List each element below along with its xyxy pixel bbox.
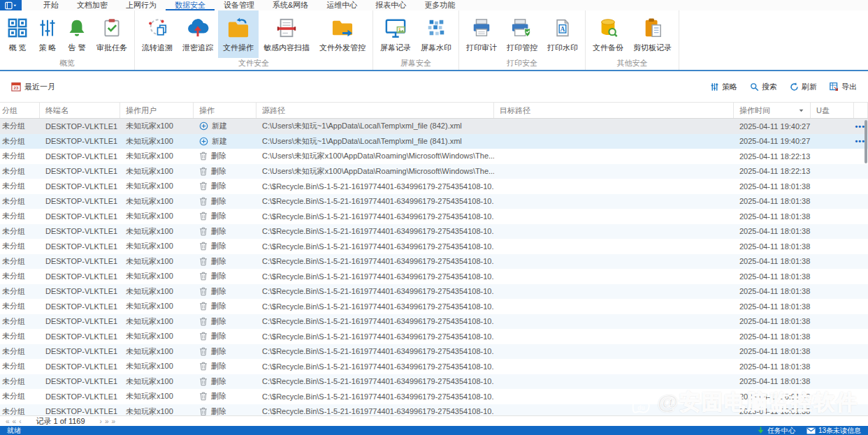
table-row-9[interactable]: 未分组DESKTOP-VLKTLE1未知玩家x100删除C:\$Recycle.… bbox=[0, 239, 868, 254]
terminal-cell: DESKTOP-VLKTLE1 bbox=[40, 137, 120, 145]
column-header-2[interactable]: 终端名 bbox=[40, 103, 120, 118]
table-row-17[interactable]: 未分组DESKTOP-VLKTLE1未知玩家x100删除C:\$Recycle.… bbox=[0, 359, 868, 374]
ribbon-item-2-5[interactable]: 文件外发管控 bbox=[314, 10, 370, 58]
terminal-cell: DESKTOP-VLKTLE1 bbox=[40, 242, 120, 251]
table-row-11[interactable]: 未分组DESKTOP-VLKTLE1未知玩家x100删除C:\$Recycle.… bbox=[0, 269, 868, 284]
table-row-5[interactable]: 未分组DESKTOP-VLKTLE1未知玩家x100删除C:\$Recycle.… bbox=[0, 179, 868, 194]
table-row-2[interactable]: 未分组DESKTOP-VLKTLE1未知玩家x100新建C:\Users\未知玩… bbox=[0, 134, 868, 149]
column-header-8[interactable]: U盘 bbox=[811, 103, 854, 118]
terminal-cell: DESKTOP-VLKTLE1 bbox=[40, 407, 120, 415]
table-row-20[interactable]: 未分组DESKTOP-VLKTLE1未知玩家x100删除C:\$Recycle.… bbox=[0, 404, 868, 416]
user-cell: 未知玩家x100 bbox=[120, 121, 194, 131]
ribbon-item-4-1[interactable]: 打印审计 bbox=[461, 10, 502, 58]
group-cell: 未分组 bbox=[0, 286, 40, 297]
unread-messages-button[interactable]: 13条未读信息 bbox=[806, 426, 861, 435]
vertical-scrollbar-thumb[interactable] bbox=[865, 120, 867, 163]
pagination-next-1[interactable]: › bbox=[100, 418, 102, 425]
column-header-4[interactable]: 操作 bbox=[194, 103, 256, 118]
ribbon-item-4-2[interactable]: 打印管控 bbox=[502, 10, 542, 58]
toolbar-action-1[interactable]: 策略 bbox=[710, 82, 737, 92]
ribbon-item-3-1[interactable]: 屏幕记录 bbox=[375, 10, 416, 58]
app-icon bbox=[5, 1, 17, 10]
ribbon-item-2-4[interactable]: 敏感内容扫描 bbox=[259, 10, 314, 58]
column-header-6[interactable]: 目标路径 bbox=[494, 103, 734, 118]
ribbon-item-2-1[interactable]: 流转追溯 bbox=[137, 10, 178, 58]
terminal-cell: DESKTOP-VLKTLE1 bbox=[40, 272, 120, 281]
ribbon-item-label: 泄密追踪 bbox=[182, 43, 213, 53]
pagination-prev-1[interactable]: « bbox=[6, 418, 10, 425]
toolbar-action-2[interactable]: 搜索 bbox=[750, 82, 777, 92]
column-header-9[interactable] bbox=[854, 103, 868, 118]
pagination-prev-2[interactable]: « bbox=[13, 418, 17, 425]
table-row-8[interactable]: 未分组DESKTOP-VLKTLE1未知玩家x100删除C:\$Recycle.… bbox=[0, 224, 868, 239]
terminal-cell: DESKTOP-VLKTLE1 bbox=[40, 302, 120, 311]
operation-cell: 删除 bbox=[194, 151, 256, 161]
table-row-3[interactable]: 未分组DESKTOP-VLKTLE1未知玩家x100删除C:\Users\未知玩… bbox=[0, 149, 868, 164]
ribbon-item-1-2[interactable]: 策 略 bbox=[33, 10, 62, 58]
caret-down-icon[interactable] bbox=[798, 108, 804, 114]
table-row-15[interactable]: 未分组DESKTOP-VLKTLE1未知玩家x100删除C:\$Recycle.… bbox=[0, 329, 868, 344]
table-row-16[interactable]: 未分组DESKTOP-VLKTLE1未知玩家x100删除C:\$Recycle.… bbox=[0, 344, 868, 360]
table-row-14[interactable]: 未分组DESKTOP-VLKTLE1未知玩家x100删除C:\$Recycle.… bbox=[0, 314, 868, 330]
ribbon-item-1-4[interactable]: 审批任务 bbox=[92, 10, 132, 58]
pagination-next-3[interactable]: » bbox=[112, 418, 116, 425]
time-cell: 2025-04-11 19:40:27 bbox=[734, 137, 811, 145]
toolbar-action-4[interactable]: 导出 bbox=[830, 82, 857, 92]
table-row-18[interactable]: 未分组DESKTOP-VLKTLE1未知玩家x100删除C:\$Recycle.… bbox=[0, 374, 868, 390]
table-row-1[interactable]: 未分组DESKTOP-VLKTLE1未知玩家x100新建C:\Users\未知玩… bbox=[0, 119, 868, 134]
menu-tab-2[interactable]: 文档加密 bbox=[68, 0, 117, 10]
menu-tab-1[interactable]: 开始 bbox=[34, 0, 68, 10]
group-cell: 未分组 bbox=[0, 256, 40, 267]
operation-cell: 删除 bbox=[194, 166, 256, 177]
toolbar-action-label: 搜索 bbox=[762, 82, 777, 92]
svg-text:23: 23 bbox=[14, 85, 19, 90]
user-cell: 未知玩家x100 bbox=[120, 376, 194, 387]
menu-tab-9[interactable]: 更多功能 bbox=[415, 0, 464, 10]
source-path-cell: C:\Users\未知玩~1\AppData\Local\Temp\xml_fi… bbox=[256, 121, 494, 131]
ribbon-item-2-3[interactable]: 文件操作 bbox=[218, 10, 259, 58]
task-center-button[interactable]: 任务中心 bbox=[757, 426, 795, 435]
ribbon-item-1-3[interactable]: 告 警 bbox=[62, 10, 92, 58]
menu-tab-7[interactable]: 运维中心 bbox=[317, 0, 366, 10]
ribbon-item-4-3[interactable]: A打印水印 bbox=[542, 10, 583, 58]
menu-tab-6[interactable]: 系统&网络 bbox=[263, 0, 317, 10]
source-path-cell: C:\$Recycle.Bin\S-1-5-21-1619774401-6349… bbox=[256, 317, 494, 325]
plus-circle-icon bbox=[199, 121, 208, 131]
column-header-7[interactable]: 操作时间 bbox=[734, 103, 811, 118]
table-row-10[interactable]: 未分组DESKTOP-VLKTLE1未知玩家x100删除C:\$Recycle.… bbox=[0, 254, 868, 270]
column-header-1[interactable]: 分组 bbox=[0, 103, 40, 118]
group-cell: 未分组 bbox=[0, 346, 40, 357]
record-counter: 记录 1 of 1169 bbox=[36, 416, 85, 427]
ribbon-item-3-2[interactable]: 屏幕水印 bbox=[416, 10, 456, 58]
source-path-cell: C:\$Recycle.Bin\S-1-5-21-1619774401-6349… bbox=[256, 242, 494, 251]
ribbon-item-5-2[interactable]: 剪切板记录 bbox=[628, 10, 677, 58]
table-row-6[interactable]: 未分组DESKTOP-VLKTLE1未知玩家x100删除C:\$Recycle.… bbox=[0, 194, 868, 209]
ribbon-item-5-1[interactable]: 文件备份 bbox=[588, 10, 628, 58]
ribbon-item-2-2[interactable]: 泄密追踪 bbox=[178, 10, 218, 58]
app-menu-button[interactable] bbox=[0, 0, 22, 10]
menu-tab-3[interactable]: 上网行为 bbox=[117, 0, 166, 10]
column-header-3[interactable]: 操作用户 bbox=[120, 103, 194, 118]
trash-icon bbox=[199, 377, 208, 386]
column-header-5[interactable]: 源路径 bbox=[256, 103, 494, 118]
table-row-7[interactable]: 未分组DESKTOP-VLKTLE1未知玩家x100删除C:\$Recycle.… bbox=[0, 209, 868, 224]
source-path-cell: C:\Users\未知玩~1\AppData\Local\Temp\xml_fi… bbox=[256, 136, 494, 147]
date-range-filter[interactable]: 23 最近一月 bbox=[11, 82, 55, 92]
menu-tab-5[interactable]: 设备管理 bbox=[215, 0, 263, 10]
menu-tab-4[interactable]: 数据安全 bbox=[166, 0, 215, 10]
table-row-4[interactable]: 未分组DESKTOP-VLKTLE1未知玩家x100删除C:\Users\未知玩… bbox=[0, 164, 868, 179]
table-row-19[interactable]: 未分组DESKTOP-VLKTLE1未知玩家x100删除C:\$Recycle.… bbox=[0, 389, 868, 404]
table-row-13[interactable]: 未分组DESKTOP-VLKTLE1未知玩家x100删除C:\$Recycle.… bbox=[0, 299, 868, 314]
time-cell: 2025-04-11 18:01:38 bbox=[734, 257, 811, 265]
group-cell: 未分组 bbox=[0, 181, 40, 191]
table-row-12[interactable]: 未分组DESKTOP-VLKTLE1未知玩家x100删除C:\$Recycle.… bbox=[0, 284, 868, 300]
operation-label: 删除 bbox=[211, 241, 226, 251]
trash-icon bbox=[199, 212, 208, 221]
trash-icon bbox=[199, 272, 208, 281]
toolbar-action-3[interactable]: 刷新 bbox=[790, 82, 817, 92]
menu-tab-8[interactable]: 报表中心 bbox=[366, 0, 415, 10]
ribbon-item-1-1[interactable]: 概 览 bbox=[2, 10, 33, 58]
pagination-next-2[interactable]: » bbox=[105, 418, 109, 425]
ribbon-item-icon-wrap bbox=[38, 15, 57, 41]
pagination-prev-3[interactable]: ‹ bbox=[19, 418, 21, 425]
